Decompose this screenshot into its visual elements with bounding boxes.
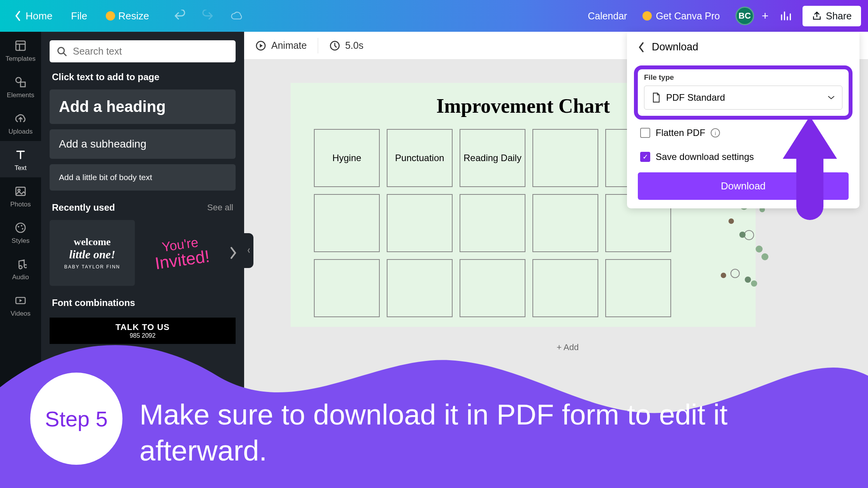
avatar-initials: BC <box>739 11 751 21</box>
heading-text: Add a heading <box>59 98 226 115</box>
templates-icon <box>14 39 28 53</box>
audio-icon <box>14 257 28 271</box>
add-heading-option[interactable]: Add a heading <box>50 89 236 124</box>
get-pro-button[interactable]: Get Canva Pro <box>635 7 727 26</box>
chart-cell[interactable]: Punctuation <box>387 129 453 187</box>
subheading-text: Add a subheading <box>59 138 226 150</box>
nav-label: Styles <box>12 237 29 245</box>
file-button[interactable]: File <box>64 6 94 26</box>
cloud-sync-icon[interactable] <box>230 9 244 23</box>
chart-cell[interactable] <box>460 259 525 317</box>
save-settings-checkbox[interactable]: ✓ <box>640 152 650 162</box>
chart-cell[interactable] <box>532 194 598 252</box>
chart-cell[interactable]: Reading Daily <box>460 129 525 187</box>
resize-label: Resize <box>118 10 149 22</box>
nav-videos[interactable]: Videos <box>0 287 41 323</box>
arrow-head <box>783 116 837 159</box>
add-body-option[interactable]: Add a little bit of body text <box>50 164 236 191</box>
recently-used-title: Recently used <box>52 202 115 213</box>
share-icon <box>812 11 822 21</box>
save-settings-label: Save download settings <box>656 151 754 162</box>
overlay-instruction: Make sure to download it in PDF form to … <box>140 397 845 469</box>
separator <box>318 38 318 53</box>
search-input[interactable] <box>73 46 229 57</box>
flatten-label: Flatten PDF <box>656 127 705 138</box>
svg-line-13 <box>64 53 66 55</box>
recent-item-1[interactable]: welcome little one! BABY TAYLOR FINN <box>50 220 135 286</box>
share-label: Share <box>826 10 852 22</box>
click-instruction: Click text to add to page <box>52 72 233 82</box>
recent-item-2[interactable]: You'reInvited! <box>143 220 220 286</box>
nav-label: Templates <box>5 55 35 63</box>
download-header: Download <box>627 32 859 62</box>
back-button[interactable] <box>638 42 645 53</box>
chart-cell[interactable] <box>460 194 525 252</box>
annotation-arrow <box>783 116 837 220</box>
clock-icon <box>329 40 341 52</box>
see-all-link[interactable]: See all <box>207 203 233 213</box>
file-type-value: PDF Standard <box>666 92 725 103</box>
redo-button[interactable] <box>201 9 215 23</box>
svg-rect-4 <box>21 82 25 87</box>
search-box[interactable] <box>50 40 236 62</box>
duration-button[interactable]: 5.0s <box>329 40 363 52</box>
chart-cell[interactable] <box>387 259 453 317</box>
insights-button[interactable] <box>776 7 795 25</box>
nav-audio[interactable]: Audio <box>0 250 41 287</box>
duration-label: 5.0s <box>345 40 363 51</box>
user-avatar[interactable]: BC <box>735 7 754 25</box>
recently-used-header: Recently used See all <box>52 202 233 213</box>
chart-cell[interactable] <box>314 194 380 252</box>
recent-items-row: welcome little one! BABY TAYLOR FINN You… <box>50 220 236 286</box>
text-icon <box>14 148 28 162</box>
tutorial-overlay: Step 5 Make sure to download it in PDF f… <box>0 333 868 488</box>
svg-point-7 <box>16 223 25 232</box>
recent1-line1: welcome <box>74 236 110 248</box>
chevron-down-icon <box>827 95 835 100</box>
animate-button[interactable]: Animate <box>255 40 307 52</box>
svg-point-8 <box>18 226 19 227</box>
recent1-line3: BABY TAYLOR FINN <box>64 264 120 270</box>
chevron-left-icon <box>246 247 251 254</box>
nav-templates[interactable]: Templates <box>0 32 41 68</box>
file-type-select[interactable]: PDF Standard <box>644 86 842 110</box>
svg-point-6 <box>18 189 20 191</box>
nav-label: Audio <box>12 273 29 281</box>
info-icon[interactable]: i <box>711 128 720 137</box>
share-button[interactable]: Share <box>803 6 861 26</box>
chart-cell[interactable] <box>532 259 598 317</box>
nav-styles[interactable]: Styles <box>0 214 41 250</box>
chevron-left-icon <box>14 10 22 21</box>
document-icon <box>651 92 661 103</box>
search-icon <box>57 46 67 57</box>
nav-photos[interactable]: Photos <box>0 177 41 214</box>
invited-text: You'reInvited! <box>152 234 210 272</box>
photos-icon <box>14 184 28 198</box>
animate-label: Animate <box>271 40 307 51</box>
home-button[interactable]: Home <box>7 6 59 26</box>
chart-cell[interactable] <box>532 129 598 187</box>
flatten-checkbox[interactable] <box>640 128 650 138</box>
uploads-icon <box>14 112 28 125</box>
chart-cell[interactable] <box>387 194 453 252</box>
nav-text[interactable]: Text <box>0 141 41 177</box>
step-label: Step 5 <box>45 406 108 431</box>
chart-cell[interactable] <box>314 259 380 317</box>
animate-icon <box>255 40 267 52</box>
add-member-button[interactable]: + <box>762 9 769 22</box>
svg-point-9 <box>21 225 22 227</box>
chart-cell[interactable] <box>605 259 671 317</box>
top-toolbar: Home File Resize Calendar Get Canva Pro … <box>0 0 868 32</box>
chevron-right-icon[interactable] <box>229 246 237 260</box>
file-type-label: File type <box>644 73 842 82</box>
resize-button[interactable]: Resize <box>99 6 156 26</box>
crown-icon <box>106 11 115 21</box>
nav-uploads[interactable]: Uploads <box>0 105 41 141</box>
chart-cell[interactable]: Hygine <box>314 129 380 187</box>
calendar-button[interactable]: Calendar <box>588 10 627 22</box>
add-subheading-option[interactable]: Add a subheading <box>50 129 236 159</box>
file-type-highlight: File type PDF Standard <box>634 65 852 120</box>
undo-button[interactable] <box>172 9 186 23</box>
panel-collapse-tab[interactable] <box>244 233 253 268</box>
nav-elements[interactable]: Elements <box>0 68 41 105</box>
